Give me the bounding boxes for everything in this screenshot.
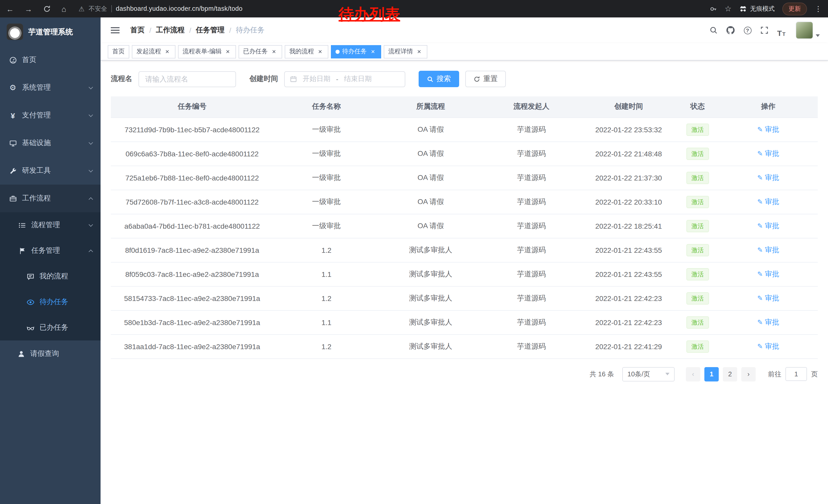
address-divider [111,5,112,12]
table-row: 8f059c03-7ac8-11ec-a9e2-a2380e71991a 1.1… [111,262,818,286]
browser-menu-icon[interactable]: ⋮ [815,5,822,13]
start-date-placeholder: 开始日期 [303,74,330,84]
sidebar-item-my-process[interactable]: 我的流程 [0,264,100,289]
status-cell: 激活 [676,141,719,166]
tab-close-icon[interactable]: × [164,48,171,55]
task-id-cell: 8f0d1619-7ac8-11ec-a9e2-a2380e71991a [111,238,274,262]
tab-process-form-edit[interactable]: 流程表单-编辑 × [178,45,236,58]
address-bar[interactable]: ⚠ 不安全 dashboard.yudao.iocoder.cn/bpm/tas… [79,4,242,13]
browser-forward-icon[interactable]: → [25,5,32,12]
next-page-button[interactable]: › [741,367,756,381]
approve-link[interactable]: ✎ 审批 [757,342,779,351]
approve-link[interactable]: ✎ 审批 [757,149,779,158]
create-time-cell: 2022-01-21 22:43:55 [581,262,676,286]
sidebar-item-home[interactable]: 首页 [0,46,100,74]
sidebar-item-system[interactable]: ⚙ 系统管理 [0,74,100,101]
action-cell: ✎ 审批 [719,190,818,214]
sidebar-item-dev-tools[interactable]: 研发工具 [0,157,100,185]
initiator-cell: 芋道源码 [482,262,581,286]
task-id-cell: 580e1b3d-7ac8-11ec-a9e2-a2380e71991a [111,310,274,334]
sidebar-item-task-mgmt[interactable]: 任务管理 [0,238,100,264]
fullscreen-icon[interactable] [758,24,771,37]
page-size-select[interactable]: 10条/页 [622,367,675,381]
breadcrumb-workflow[interactable]: 工作流程 [156,26,185,35]
task-name-cell: 1.2 [274,238,379,262]
tab-todo-tasks[interactable]: 待办任务 × [331,45,381,58]
page-button-1[interactable]: 1 [704,367,719,381]
sidebar-item-infrastructure[interactable]: 基础设施 [0,129,100,157]
search-button[interactable]: 搜索 [419,71,459,87]
task-id-cell: 58154733-7ac8-11ec-a9e2-a2380e71991a [111,286,274,310]
approve-link[interactable]: ✎ 审批 [757,269,779,279]
tab-close-icon[interactable]: × [369,48,377,55]
goto-page-input[interactable] [785,367,807,381]
sidebar-item-todo-tasks[interactable]: 待办任务 [0,289,100,315]
breadcrumb-home[interactable]: 首页 [130,26,145,35]
search-icon [427,76,433,82]
page-button-2[interactable]: 2 [723,367,737,381]
chevron-down-icon [89,222,93,227]
browser-update-button[interactable]: 更新 [782,2,807,15]
prev-page-button[interactable]: ‹ [686,367,700,381]
app-logo[interactable]: 芋道管理系统 [0,17,100,46]
browser-home-icon[interactable]: ⌂ [61,5,66,12]
process-cell: 测试多审批人 [379,334,482,358]
create-time-cell: 2022-01-22 21:37:30 [581,166,676,190]
tab-close-icon[interactable]: × [224,48,232,55]
status-badge: 激活 [686,292,709,304]
sidebar-item-workflow[interactable]: 工作流程 [0,185,100,212]
task-id-cell: 75d72608-7b7f-11ec-a3c8-acde48001122 [111,190,274,214]
url-text: dashboard.yudao.iocoder.cn/bpm/task/todo [116,5,242,12]
initiator-cell: 芋道源码 [482,214,581,238]
tab-close-icon[interactable]: × [271,48,278,55]
sidebar-item-label: 流程管理 [31,221,60,230]
approve-link[interactable]: ✎ 审批 [757,197,779,207]
approve-link[interactable]: ✎ 审批 [757,173,779,182]
sidebar-item-label: 任务管理 [31,246,60,255]
workflow-submenu: 流程管理 任务管理 我的流程 [0,212,100,340]
status-badge: 激活 [686,268,709,280]
github-icon[interactable] [724,24,737,37]
tab-initiate-process[interactable]: 发起流程 × [132,45,175,58]
sidebar-item-done-tasks[interactable]: 已办任务 [0,315,100,340]
browser-back-icon[interactable]: ← [6,5,14,12]
sidebar-item-process-mgmt[interactable]: 流程管理 [0,212,100,238]
tab-done-tasks[interactable]: 已办任务 × [239,45,282,58]
tab-my-process[interactable]: 我的流程 × [285,45,328,58]
status-badge: 激活 [686,340,709,353]
search-icon[interactable] [707,24,720,37]
pagination: 共 16 条 10条/页 ‹ 1 2 › 前往 页 [111,367,818,381]
date-range-picker[interactable]: 开始日期 - 结束日期 [284,71,405,87]
status-badge: 激活 [686,147,709,160]
password-key-icon[interactable] [709,5,717,12]
tab-home[interactable]: 首页 [108,45,129,58]
approve-link[interactable]: ✎ 审批 [757,318,779,327]
sidebar-collapse-button[interactable] [109,24,121,36]
font-size-icon[interactable]: TT [775,24,788,37]
breadcrumb-task-mgmt[interactable]: 任务管理 [196,26,225,35]
approve-link[interactable]: ✎ 审批 [757,125,779,134]
tab-label: 流程详情 [388,47,413,56]
sidebar-item-leave-query[interactable]: 请假查询 [0,340,100,367]
help-icon[interactable]: ? [741,24,754,37]
bookmark-star-icon[interactable]: ☆ [724,4,732,13]
table-row: 73211d9d-7b9b-11ec-b5b7-acde48001122 一级审… [111,118,818,141]
range-separator: - [336,75,338,83]
initiator-cell: 芋道源码 [482,310,581,334]
browser-reload-icon[interactable] [43,5,51,12]
user-avatar[interactable] [796,21,820,39]
task-name-cell: 一级审批 [274,118,379,141]
action-cell: ✎ 审批 [719,118,818,141]
approve-link[interactable]: ✎ 审批 [757,293,779,303]
tab-close-icon[interactable]: × [416,48,423,55]
process-name-input[interactable] [138,71,236,87]
reset-button[interactable]: 重置 [465,71,506,87]
edit-icon: ✎ [757,150,763,157]
tab-process-detail[interactable]: 流程详情 × [384,45,427,58]
tab-close-icon[interactable]: × [317,48,324,55]
process-cell: OA 请假 [379,118,482,141]
approve-link[interactable]: ✎ 审批 [757,221,779,230]
approve-link[interactable]: ✎ 审批 [757,245,779,255]
status-cell: 激活 [676,214,719,238]
sidebar-item-payment[interactable]: ¥ 支付管理 [0,101,100,129]
